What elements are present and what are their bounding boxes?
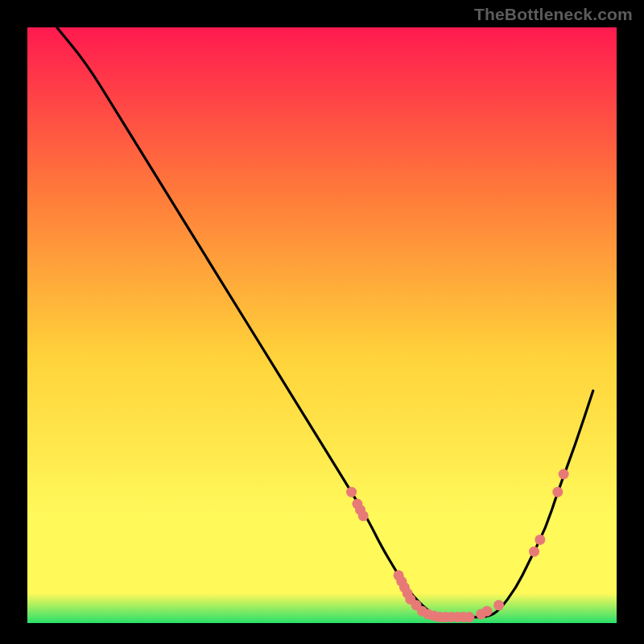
bottleneck-chart bbox=[0, 0, 644, 644]
data-marker bbox=[535, 535, 545, 545]
data-marker bbox=[481, 606, 492, 617]
data-marker bbox=[559, 469, 569, 480]
data-marker bbox=[529, 547, 539, 557]
data-marker bbox=[493, 600, 504, 610]
data-marker bbox=[358, 510, 369, 521]
data-marker bbox=[346, 487, 357, 497]
plot-background bbox=[27, 27, 617, 623]
data-marker bbox=[464, 612, 475, 622]
data-marker bbox=[552, 487, 563, 497]
chart-stage: TheBottleneck.com bbox=[0, 0, 644, 644]
watermark-text: TheBottleneck.com bbox=[474, 5, 633, 24]
